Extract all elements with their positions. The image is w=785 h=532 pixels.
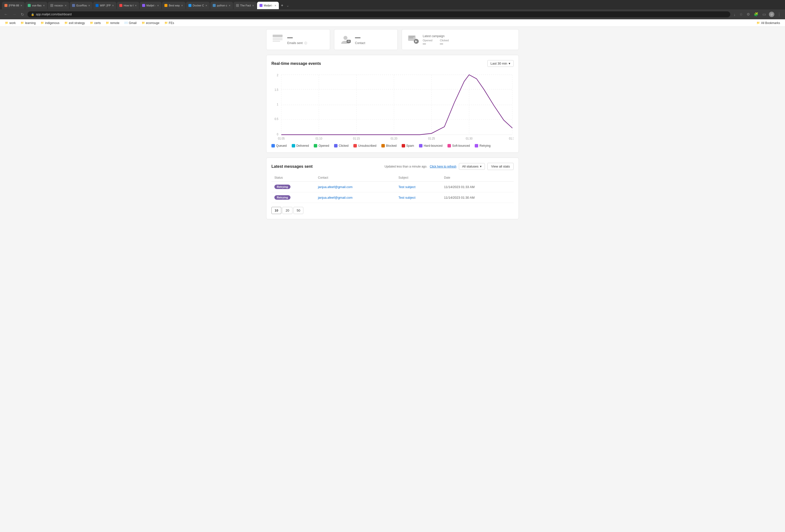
status-badge-row2: Retrying: [274, 195, 290, 200]
bookmark-remote[interactable]: 📁 remote: [104, 21, 121, 25]
col-subject: Subject: [396, 174, 441, 182]
page-btn-20[interactable]: 20: [282, 207, 292, 214]
bookmark-certs[interactable]: 📁 certs: [88, 21, 103, 25]
tab-close-mailjet2[interactable]: ✕: [274, 4, 276, 7]
subject-link-row2[interactable]: Test subject: [399, 196, 415, 200]
bookmark-icon[interactable]: ☆: [738, 11, 744, 18]
legend-unsubscribed[interactable]: Unsubscribed: [353, 144, 376, 148]
tab-close-fpm[interactable]: ✕: [20, 4, 22, 7]
contact-value: —: [355, 34, 393, 41]
url-box[interactable]: 🔒 app.mailjet.com/dashboard: [27, 11, 730, 17]
tab-wip[interactable]: WIP: [FP ✕: [93, 2, 117, 9]
refresh-link[interactable]: Click here to refresh: [430, 165, 456, 168]
tab-mailjet2[interactable]: Mailjet - ✕: [257, 2, 279, 9]
profile-avatar[interactable]: U: [769, 11, 774, 17]
subject-link-row1[interactable]: Test subject: [399, 185, 415, 189]
menu-icon[interactable]: ⋮: [776, 11, 782, 18]
svg-text:01:30: 01:30: [466, 137, 473, 140]
tab-label-howto: How to l: [124, 4, 133, 7]
tab-mailjet1[interactable]: Mailjet - ✕: [140, 2, 162, 9]
tab-close-docker[interactable]: ✕: [205, 4, 207, 7]
legend-soft-bounced[interactable]: Soft-bounced: [448, 144, 470, 148]
tab-close-vue[interactable]: ✕: [43, 4, 45, 7]
page-btn-10[interactable]: 10: [272, 207, 281, 214]
bookmark-label-fes: FEs: [169, 21, 174, 25]
bookmark-label-ecorrouge: ecorrouge: [146, 21, 159, 25]
legend-clicked[interactable]: Clicked: [334, 144, 349, 148]
tab-fpm[interactable]: [FPM-88 ✕: [2, 2, 25, 9]
legend-label-clicked: Clicked: [339, 144, 349, 148]
bookmark-exit[interactable]: 📁 exit strategy: [62, 21, 87, 25]
tab-close-mailjet1[interactable]: ✕: [157, 4, 159, 7]
status-badge-row1: Retrying: [274, 185, 290, 189]
tab-close-python[interactable]: ✕: [229, 4, 231, 7]
bookmark-label-certs: certs: [94, 21, 101, 25]
emails-sent-label: Emails sent ⓘ: [287, 41, 325, 45]
tab-howto[interactable]: How to l ✕: [117, 2, 139, 9]
view-all-stats-button[interactable]: View all stats: [487, 163, 513, 170]
bookmark-learning[interactable]: 📁 learning: [19, 21, 37, 25]
bookmark-label-remote: remote: [110, 21, 119, 25]
tab-bestway[interactable]: Best way ✕: [162, 2, 185, 9]
legend-label-opened: Opened: [319, 144, 329, 148]
contact-link-row1[interactable]: janjua.afeef@gmail.com: [318, 185, 353, 189]
campaign-info: Latest campaign Opened — Clicked —: [423, 34, 513, 46]
tab-docker[interactable]: Docker C ✕: [186, 2, 210, 9]
tab-close-howto[interactable]: ✕: [135, 4, 137, 7]
reload-button[interactable]: ↻: [20, 11, 25, 18]
legend-label-unsubscribed: Unsubscribed: [358, 144, 376, 148]
tab-ecor[interactable]: EcorRou ✕: [70, 2, 93, 9]
tab-label-fpm: [FPM-88: [9, 4, 19, 7]
contact-label: Contact: [355, 41, 393, 45]
tab-fact[interactable]: The Fact ✕: [233, 2, 257, 9]
tab-favicon-bestway: [164, 4, 168, 7]
tab-close-ecor[interactable]: ✕: [88, 4, 90, 7]
settings-icon[interactable]: ⚙: [745, 11, 751, 18]
legend-queued[interactable]: Queued: [272, 144, 287, 148]
tab-close-fact[interactable]: ✕: [252, 4, 254, 7]
legend-delivered[interactable]: Delivered: [292, 144, 309, 148]
status-filter-dropdown[interactable]: All statuses ▾: [459, 163, 485, 170]
back-button[interactable]: ←: [3, 11, 9, 18]
tab-close-wip[interactable]: ✕: [112, 4, 114, 7]
new-tab-button[interactable]: +: [279, 3, 284, 8]
legend-hard-bounced[interactable]: Hard-bounced: [419, 144, 442, 148]
contact-link-row2[interactable]: janjua.afeef@gmail.com: [318, 196, 353, 200]
legend-retrying[interactable]: Retrying: [475, 144, 490, 148]
tab-close-bestway[interactable]: ✕: [181, 4, 183, 7]
tab-label-docker: Docker C: [193, 4, 204, 7]
bookmark-gmail[interactable]: ✉️ Gmail: [122, 21, 138, 25]
tab-menu-icon[interactable]: ⌄: [286, 3, 289, 7]
svg-text:01:05: 01:05: [278, 137, 284, 140]
svg-text:1: 1: [277, 103, 278, 106]
svg-text:2: 2: [277, 74, 278, 77]
bookmark-work[interactable]: 📁 work: [3, 21, 18, 25]
svg-rect-2: [273, 39, 282, 40]
realtime-chart: 2 1.5 1 0.5 0: [272, 71, 513, 140]
svg-text:01:10: 01:10: [315, 137, 322, 140]
sidebar-icon[interactable]: ▭: [761, 11, 767, 18]
bookmark-fes[interactable]: 📁 FEs: [162, 21, 176, 25]
tab-rococo[interactable]: rococo- ✕: [48, 2, 69, 9]
tab-close-rococo[interactable]: ✕: [65, 4, 67, 7]
legend-opened[interactable]: Opened: [314, 144, 329, 148]
bookmark-ecorrouge[interactable]: 📁 ecorrouge: [140, 21, 161, 25]
page-btn-50[interactable]: 50: [294, 207, 303, 214]
download-icon[interactable]: ↓: [733, 11, 737, 18]
tab-python[interactable]: python c ✕: [210, 2, 233, 9]
contact-info: — Contact: [355, 34, 393, 45]
messages-title: Latest messages sent: [272, 164, 312, 169]
legend-spam[interactable]: Spam: [402, 144, 414, 148]
legend-blocked[interactable]: Blocked: [381, 144, 397, 148]
bookmark-indigenous[interactable]: 📁 indigenous: [39, 21, 61, 25]
lock-icon: 🔒: [31, 13, 34, 16]
tab-bar: [FPM-88 ✕ vue-flas ✕ rococo- ✕ EcorRou ✕…: [0, 0, 785, 9]
bookmark-all[interactable]: 📁 All Bookmarks: [755, 21, 782, 25]
extensions-icon[interactable]: 🧩: [753, 11, 759, 18]
date-text-row2: 11/14/2023 01:30 AM: [444, 196, 475, 200]
svg-rect-5: [347, 40, 351, 43]
time-filter-dropdown[interactable]: Last 30 min ▾: [487, 60, 513, 67]
tab-vue[interactable]: vue-flas ✕: [25, 2, 47, 9]
legend-checkbox-blocked: [381, 144, 385, 148]
forward-button[interactable]: →: [11, 11, 17, 18]
